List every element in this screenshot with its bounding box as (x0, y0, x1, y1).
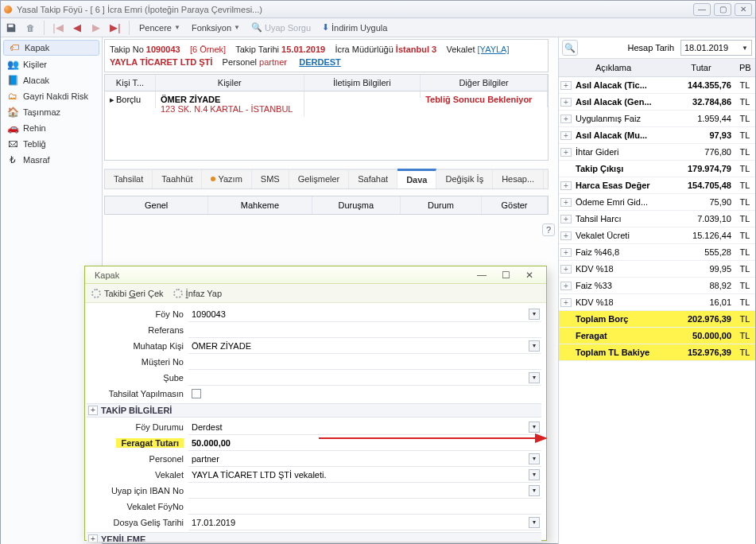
chevron-down-icon[interactable]: ▾ (529, 453, 540, 464)
col-durum[interactable]: Durum (401, 196, 482, 214)
nav-prev-button[interactable]: ◀ (68, 20, 86, 36)
people-grid-row[interactable]: ▸Borçlu ÖMER ZİYADE 123 SK. N.4 KARTAL -… (105, 91, 548, 117)
right-grid-row[interactable]: +Uygulanmış Faiz1.959,44TL (559, 111, 755, 127)
expand-icon[interactable]: + (560, 98, 572, 107)
sidebar-item-masraf[interactable]: ₺ Masraf (1, 152, 102, 168)
sidebar-item-alacak[interactable]: 📘 Alacak (1, 72, 102, 88)
minimize-button[interactable]: — (693, 3, 711, 16)
delete-button[interactable]: 🗑 (21, 20, 39, 36)
dialog-close-button[interactable]: ✕ (518, 270, 541, 281)
feragat-input[interactable]: 50.000,00 (188, 436, 541, 451)
expand-icon[interactable]: + (88, 406, 98, 415)
right-grid-row[interactable]: +KDV %1816,01TL (559, 294, 755, 311)
help-button[interactable]: ? (542, 223, 555, 236)
tab-dava[interactable]: Dava (397, 169, 436, 188)
dialog-minimize-button[interactable]: — (470, 270, 494, 281)
section-takip-bilgileri[interactable]: + TAKİP BİLGİLERİ (87, 403, 541, 418)
sidebar-item-teblig[interactable]: 🖂 Tebliğ (1, 136, 102, 152)
right-grid-row[interactable]: +İhtar Gideri776,80TL (559, 144, 755, 161)
right-grid-row[interactable]: +Feragat50.000,00TL (559, 328, 755, 344)
right-grid-row[interactable]: +Asıl Alacak (Mu...97,93TL (559, 127, 755, 144)
nav-next-button[interactable]: ▶ (87, 20, 105, 36)
col-goster[interactable]: Göster (482, 196, 548, 214)
indirim-button[interactable]: ⬇ İndirim Uygula (317, 20, 392, 36)
col-durusma[interactable]: Duruşma (312, 196, 401, 214)
section-yenileme[interactable]: + YENİLEME (87, 532, 541, 542)
foy-durumu-input[interactable]: Derdest▾ (188, 420, 541, 435)
right-grid-row[interactable]: +Ödeme Emri Gid...75,90TL (559, 194, 755, 211)
fonksiyon-menu[interactable]: Fonksiyon▼ (187, 20, 245, 36)
hesap-tarih-input[interactable]: 18.01.2019 ▼ (680, 40, 752, 56)
right-grid-row[interactable]: +Takip Çıkışı179.974,79TL (559, 161, 755, 177)
right-grid-row[interactable]: +Toplam Borç202.976,39TL (559, 311, 755, 328)
expand-icon[interactable]: + (560, 115, 572, 123)
right-grid-row[interactable]: +Toplam TL Bakiye152.976,39TL (559, 344, 755, 361)
expand-icon[interactable]: + (560, 298, 572, 307)
expand-icon[interactable]: + (88, 534, 98, 542)
muhatap-input[interactable]: ÖMER ZİYADE▾ (188, 339, 541, 354)
expand-icon[interactable]: + (560, 198, 572, 207)
col-tutar[interactable]: Tutar (668, 59, 735, 76)
dialog-maximize-button[interactable]: ☐ (494, 270, 518, 281)
expand-icon[interactable]: + (560, 81, 572, 90)
save-button[interactable] (2, 20, 20, 36)
vekalet-foyno-input[interactable] (188, 499, 541, 515)
right-grid-row[interactable]: +Harca Esas Değer154.705,48TL (559, 177, 755, 194)
foy-no-input[interactable]: 1090043▾ (188, 307, 541, 322)
expand-icon[interactable]: + (560, 231, 572, 240)
col-iletisim[interactable]: İletişim Bilgileri (304, 75, 421, 91)
sidebar-item-kapak[interactable]: 🏷 Kapak (3, 40, 99, 56)
col-kisi-t[interactable]: Kişi T... (105, 75, 156, 91)
col-aciklama[interactable]: Açıklama (559, 59, 668, 76)
sidebar-item-rehin[interactable]: 🚗 Rehin (1, 120, 102, 136)
right-grid-row[interactable]: +Vekalet Ücreti15.126,44TL (559, 227, 755, 244)
referans-input[interactable] (188, 323, 541, 338)
search-button[interactable]: 🔍 (562, 40, 578, 56)
sidebar-item-kisiler[interactable]: 👥 Kişiler (1, 56, 102, 72)
expand-icon[interactable]: + (560, 248, 572, 257)
tab-safahat[interactable]: Safahat (349, 170, 397, 188)
sube-input[interactable]: ▾ (188, 371, 541, 386)
chevron-down-icon[interactable]: ▾ (529, 469, 540, 480)
tab-tahsilat[interactable]: Tahsilat (105, 170, 153, 188)
tab-gelismeler[interactable]: Gelişmeler (289, 170, 350, 188)
chevron-down-icon[interactable]: ▾ (529, 372, 540, 383)
chevron-down-icon[interactable]: ▾ (529, 517, 540, 528)
personel-input[interactable]: partner▾ (188, 452, 541, 467)
right-grid-row[interactable]: +Asıl Alacak (Tic...144.355,76TL (559, 77, 755, 94)
sidebar-item-tasinmaz[interactable]: 🏠 Taşınmaz (1, 104, 102, 120)
takibi-geri-cek-button[interactable]: Takibi Geri Çek (91, 289, 164, 298)
close-button[interactable]: ✕ (735, 3, 752, 16)
col-kisiler[interactable]: Kişiler (156, 75, 304, 91)
right-grid-row[interactable]: +KDV %1899,95TL (559, 261, 755, 278)
tab-degisik[interactable]: Değişik İş (436, 170, 493, 188)
right-grid-row[interactable]: +Faiz %3388,92TL (559, 278, 755, 294)
col-mahkeme[interactable]: Mahkeme (208, 196, 312, 214)
chevron-down-icon[interactable]: ▾ (529, 340, 540, 352)
pencere-menu[interactable]: Pencere▼ (134, 20, 185, 36)
col-pb[interactable]: PB (735, 59, 755, 76)
nav-first-button[interactable]: |◀ (49, 20, 67, 36)
gelis-tarihi-input[interactable]: 17.01.2019▾ (188, 515, 541, 530)
tab-yazim[interactable]: Yazım (202, 170, 251, 188)
vekalet-link[interactable]: [YAYLA] (478, 45, 510, 54)
vekalet-input[interactable]: YAYLA TİCARET LTD ŞTİ vekaleti.▾ (188, 468, 541, 483)
maximize-button[interactable]: ▢ (714, 3, 731, 16)
right-grid-row[interactable]: +Faiz %46,8555,28TL (559, 244, 755, 261)
sidebar-item-risk[interactable]: 🗂 Gayri Nakdi Risk (1, 88, 102, 104)
expand-icon[interactable]: + (560, 215, 572, 223)
expand-icon[interactable]: + (560, 148, 572, 157)
expand-icon[interactable]: + (560, 265, 572, 274)
chevron-down-icon[interactable]: ▾ (529, 309, 540, 320)
tahsilat-yapilmasin-checkbox[interactable] (192, 389, 201, 398)
tab-hesap[interactable]: Hesap... (493, 170, 544, 188)
chevron-down-icon[interactable]: ▾ (529, 422, 540, 433)
expand-icon[interactable]: + (560, 131, 572, 140)
tab-sms[interactable]: SMS (252, 170, 289, 188)
nav-last-button[interactable]: ▶| (107, 20, 124, 36)
right-grid-row[interactable]: +Tahsil Harcı7.039,10TL (559, 211, 755, 227)
tab-taahhut[interactable]: Taahhüt (153, 170, 202, 188)
infaz-yap-button[interactable]: İnfaz Yap (173, 289, 222, 298)
expand-icon[interactable]: + (560, 181, 572, 190)
musteri-input[interactable] (188, 355, 541, 370)
